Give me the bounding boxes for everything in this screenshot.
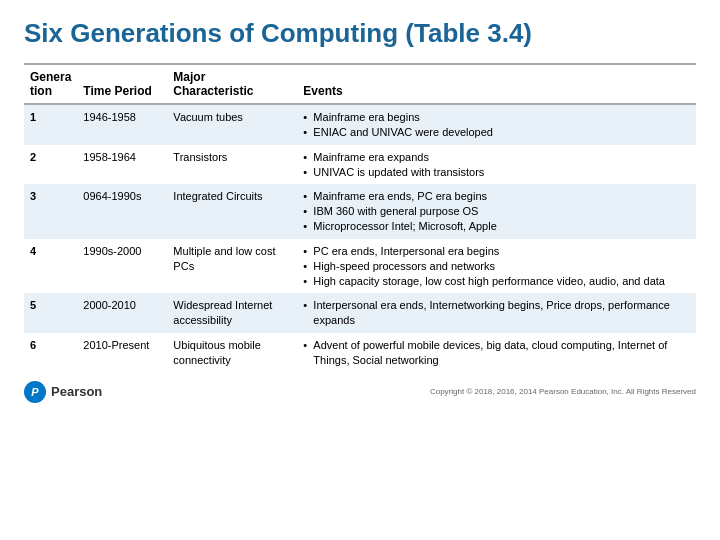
cell-generation: 5 [24, 293, 77, 333]
cell-time: 0964-1990s [77, 184, 167, 239]
table-row: 30964-1990sIntegrated CircuitsMainframe … [24, 184, 696, 239]
col-header-major: MajorCharacteristic [167, 64, 297, 104]
event-item: Mainframe era expands [303, 150, 690, 165]
pearson-logo: P Pearson [24, 381, 102, 403]
generations-table: Generation Time Period MajorCharacterist… [24, 63, 696, 373]
col-header-events: Events [297, 64, 696, 104]
cell-major: Transistors [167, 145, 297, 185]
col-header-generation: Generation [24, 64, 77, 104]
event-item: Mainframe era begins [303, 110, 690, 125]
cell-time: 1946-1958 [77, 104, 167, 145]
cell-events: Mainframe era expandsUNIVAC is updated w… [297, 145, 696, 185]
table-row: 11946-1958Vacuum tubesMainframe era begi… [24, 104, 696, 145]
cell-generation: 1 [24, 104, 77, 145]
event-item: UNIVAC is updated with transistors [303, 165, 690, 180]
cell-generation: 3 [24, 184, 77, 239]
cell-events: Interpersonal era ends, Internetworking … [297, 293, 696, 333]
table-row: 21958-1964TransistorsMainframe era expan… [24, 145, 696, 185]
col-header-time: Time Period [77, 64, 167, 104]
cell-major: Multiple and low cost PCs [167, 239, 297, 294]
cell-major: Ubiquitous mobile connectivity [167, 333, 297, 373]
event-item: High-speed processors and networks [303, 259, 690, 274]
page-title: Six Generations of Computing (Table 3.4) [24, 18, 696, 49]
cell-time: 2010-Present [77, 333, 167, 373]
cell-generation: 2 [24, 145, 77, 185]
cell-time: 1958-1964 [77, 145, 167, 185]
event-item: Advent of powerful mobile devices, big d… [303, 338, 690, 368]
pearson-label: Pearson [51, 384, 102, 399]
event-item: High capacity storage, low cost high per… [303, 274, 690, 289]
table-row: 41990s-2000Multiple and low cost PCsPC e… [24, 239, 696, 294]
table-row: 52000-2010Widespread Internet accessibil… [24, 293, 696, 333]
event-item: Mainframe era ends, PC era begins [303, 189, 690, 204]
event-item: PC era ends, Interpersonal era begins [303, 244, 690, 259]
event-item: ENIAC and UNIVAC were developed [303, 125, 690, 140]
cell-events: Advent of powerful mobile devices, big d… [297, 333, 696, 373]
cell-major: Vacuum tubes [167, 104, 297, 145]
cell-events: Mainframe era beginsENIAC and UNIVAC wer… [297, 104, 696, 145]
copyright-text: Copyright © 2018, 2016, 2014 Pearson Edu… [430, 387, 696, 396]
pearson-icon: P [24, 381, 46, 403]
event-item: Interpersonal era ends, Internetworking … [303, 298, 690, 328]
footer: P Pearson Copyright © 2018, 2016, 2014 P… [24, 381, 696, 403]
cell-generation: 6 [24, 333, 77, 373]
cell-time: 2000-2010 [77, 293, 167, 333]
table-header-row: Generation Time Period MajorCharacterist… [24, 64, 696, 104]
event-item: IBM 360 with general purpose OS [303, 204, 690, 219]
cell-time: 1990s-2000 [77, 239, 167, 294]
cell-major: Widespread Internet accessibility [167, 293, 297, 333]
cell-generation: 4 [24, 239, 77, 294]
table-row: 62010-PresentUbiquitous mobile connectiv… [24, 333, 696, 373]
cell-events: PC era ends, Interpersonal era beginsHig… [297, 239, 696, 294]
cell-events: Mainframe era ends, PC era beginsIBM 360… [297, 184, 696, 239]
event-item: Microprocessor Intel; Microsoft, Apple [303, 219, 690, 234]
cell-major: Integrated Circuits [167, 184, 297, 239]
